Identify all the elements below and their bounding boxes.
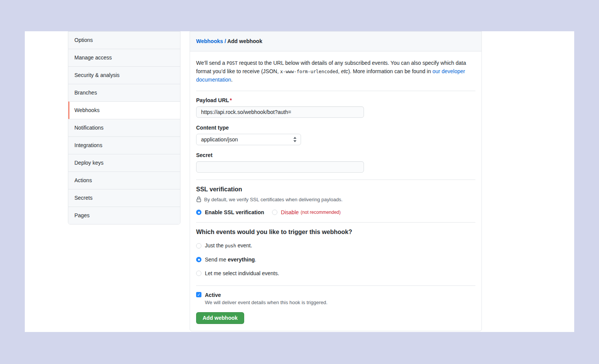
sidebar-item-security-analysis[interactable]: Security & analysis: [68, 66, 180, 84]
sidebar-item-options[interactable]: Options: [68, 32, 180, 49]
divider: [196, 91, 475, 91]
webhook-intro-text: We’ll send a POST request to the URL bel…: [196, 59, 467, 84]
event-push-text: event.: [236, 242, 252, 249]
etc-text: etc: [341, 68, 348, 74]
event-everything-label[interactable]: Send me everything.: [205, 256, 256, 263]
payload-url-input[interactable]: [196, 106, 364, 118]
ssl-note-text: By default, we verify SSL certificates w…: [204, 197, 343, 202]
intro-text: We’ll send a: [196, 60, 227, 66]
sidebar-item-deploy-keys[interactable]: Deploy keys: [68, 154, 180, 172]
content-type-selected-value: application/json: [201, 136, 238, 143]
select-caret-icon: [293, 137, 297, 142]
event-everything-text: .: [255, 257, 256, 263]
enable-ssl-radio[interactable]: [196, 210, 201, 215]
intro-text: ,: [338, 68, 341, 74]
event-push-text: Just the: [205, 242, 225, 249]
event-everything-radio[interactable]: [196, 257, 201, 262]
required-asterisk: *: [230, 97, 232, 103]
secret-input[interactable]: [196, 161, 364, 173]
post-code: POST: [227, 61, 238, 66]
payload-url-label-text: Payload URL: [196, 97, 229, 103]
active-checkbox[interactable]: ✓: [196, 292, 201, 297]
urlencoded-code: x-www-form-urlencoded: [280, 69, 338, 74]
breadcrumb-current: Add webhook: [227, 38, 262, 44]
events-heading: Which events would you like to trigger t…: [196, 229, 475, 236]
divider: [196, 285, 475, 286]
sidebar-item-secrets[interactable]: Secrets: [68, 189, 180, 207]
active-description: We will deliver event details when this …: [205, 300, 327, 305]
disable-ssl-radio[interactable]: [272, 210, 277, 215]
breadcrumb: Webhooks / Add webhook: [190, 32, 481, 51]
settings-page: Options Manage access Security & analysi…: [25, 31, 574, 332]
everything-bold-text: everything: [228, 257, 255, 263]
disable-ssl-note: (not recommended): [301, 210, 341, 215]
event-push-label[interactable]: Just the push event.: [205, 242, 252, 250]
secret-label: Secret: [196, 152, 475, 158]
sidebar-item-actions[interactable]: Actions: [68, 172, 180, 189]
sidebar-item-pages[interactable]: Pages: [68, 207, 180, 224]
lock-icon: [196, 196, 201, 202]
sidebar-item-webhooks[interactable]: Webhooks: [68, 101, 180, 119]
divider: [196, 180, 475, 180]
sidebar-item-manage-access[interactable]: Manage access: [68, 49, 180, 66]
add-webhook-button[interactable]: Add webhook: [196, 312, 244, 324]
event-push-radio[interactable]: [196, 243, 201, 249]
divider: [196, 222, 475, 223]
breadcrumb-webhooks-link[interactable]: Webhooks: [196, 38, 223, 44]
intro-text: ). More information can be found in: [348, 68, 432, 74]
intro-text: .: [231, 77, 233, 83]
enable-ssl-label[interactable]: Enable SSL verification: [205, 209, 264, 215]
push-code: push: [225, 243, 236, 249]
ssl-verification-heading: SSL verification: [196, 186, 475, 193]
event-individual-label[interactable]: Let me select individual events.: [205, 269, 279, 277]
sidebar-item-integrations[interactable]: Integrations: [68, 136, 180, 154]
breadcrumb-separator: /: [223, 38, 227, 44]
settings-sidebar: Options Manage access Security & analysi…: [68, 31, 180, 224]
content-type-label: Content type: [196, 125, 475, 131]
sidebar-item-branches[interactable]: Branches: [68, 84, 180, 101]
disable-ssl-label[interactable]: Disable: [281, 209, 299, 215]
active-label[interactable]: Active: [205, 292, 327, 298]
content-type-select[interactable]: application/json: [196, 134, 301, 145]
sidebar-item-notifications[interactable]: Notifications: [68, 119, 180, 136]
event-everything-text: Send me: [205, 257, 228, 263]
event-individual-radio[interactable]: [196, 271, 201, 276]
add-webhook-card: Webhooks / Add webhook We’ll send a POST…: [190, 31, 482, 331]
payload-url-label: Payload URL*: [196, 97, 475, 103]
